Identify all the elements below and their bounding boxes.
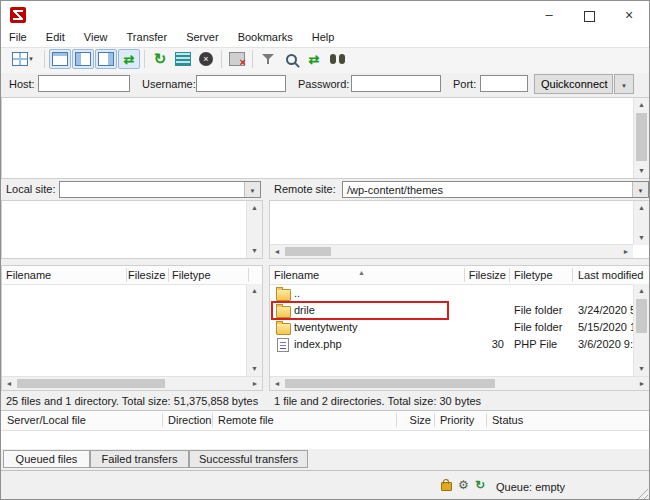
column-separator[interactable]	[464, 268, 465, 282]
column-separator[interactable]	[126, 268, 127, 282]
scroll-left-button[interactable]: ◄	[2, 377, 16, 390]
tab-queued-files[interactable]: Queued files	[3, 450, 90, 468]
column-separator[interactable]	[434, 413, 435, 427]
refresh-button[interactable]: ↻	[149, 49, 171, 69]
scrollbar-thumb[interactable]	[285, 379, 495, 388]
scroll-up-button[interactable]: ▲	[247, 284, 262, 298]
local-list-scrollbar[interactable]: ▲ ▼	[246, 284, 262, 376]
local-list-header: Filename Filesize Filetype	[2, 266, 262, 285]
filezilla-logo-icon[interactable]	[10, 7, 26, 23]
scroll-up-button[interactable]: ▲	[634, 284, 649, 298]
column-header-filename[interactable]: Filename	[6, 269, 51, 281]
column-separator[interactable]	[168, 268, 169, 282]
scroll-right-button[interactable]: ►	[619, 245, 633, 258]
scroll-down-button[interactable]: ▼	[247, 362, 262, 376]
column-header-filetype[interactable]: Filetype	[172, 269, 211, 281]
remote-list-hscrollbar[interactable]: ◄ ►	[270, 376, 649, 390]
dropdown-icon[interactable]: ▼	[250, 188, 256, 194]
queue-column-direction[interactable]: Direction	[168, 414, 211, 426]
remote-tree-hscrollbar[interactable]: ◄ ►	[270, 244, 633, 258]
scroll-right-button[interactable]: ►	[635, 377, 649, 390]
queue-column-size[interactable]: Size	[399, 414, 431, 426]
local-site-label: Local site:	[6, 183, 56, 195]
column-separator[interactable]	[509, 268, 510, 282]
scroll-left-button[interactable]: ◄	[270, 245, 284, 258]
tab-failed-transfers[interactable]: Failed transfers	[90, 450, 189, 468]
password-input[interactable]	[351, 75, 441, 92]
scroll-down-button[interactable]: ▼	[634, 231, 649, 245]
filter-button[interactable]	[257, 49, 279, 69]
disconnect-button[interactable]: ×	[226, 49, 248, 69]
remote-file-row-index-php[interactable]: index.php 30 PHP File 3/6/2020 9:23	[270, 336, 633, 353]
queue-column-priority[interactable]: Priority	[440, 414, 474, 426]
maximize-button[interactable]	[569, 1, 609, 29]
close-button[interactable]: ×	[609, 1, 649, 29]
column-separator[interactable]	[396, 413, 397, 427]
process-queue-button[interactable]	[172, 49, 194, 69]
remote-site-combobox[interactable]: /wp-content/themes ▼	[342, 181, 649, 198]
column-header-filesize[interactable]: Filesize	[466, 269, 506, 281]
scrollbar-thumb[interactable]	[636, 113, 647, 161]
menu-item-help[interactable]: Help	[304, 29, 343, 47]
menu-item-transfer[interactable]: Transfer	[119, 29, 176, 47]
menu-item-edit[interactable]: Edit	[38, 29, 73, 47]
queue-column-status[interactable]: Status	[492, 414, 523, 426]
column-header-last-modified[interactable]: Last modified	[578, 269, 643, 281]
menu-item-view[interactable]: View	[76, 29, 116, 47]
find-files-button[interactable]	[326, 49, 348, 69]
remote-list-scrollbar[interactable]: ▲ ▼	[633, 284, 649, 376]
toolbar-separator	[221, 50, 222, 68]
local-list-hscrollbar[interactable]: ◄ ►	[2, 376, 262, 390]
message-log-scrollbar[interactable]: ▲ ▼	[633, 98, 649, 178]
port-input[interactable]	[480, 75, 528, 92]
toggle-local-tree-button[interactable]	[72, 49, 94, 69]
column-separator[interactable]	[248, 268, 249, 282]
local-tree-scrollbar[interactable]: ▲ ▼	[246, 201, 262, 258]
column-separator[interactable]	[212, 413, 213, 427]
menu-item-bookmarks[interactable]: Bookmarks	[230, 29, 301, 47]
remote-tree-scrollbar[interactable]: ▲ ▼	[633, 201, 649, 245]
dropdown-icon[interactable]: ▼	[638, 188, 644, 194]
menu-item-server[interactable]: Server	[178, 29, 226, 47]
scroll-up-button[interactable]: ▲	[634, 98, 649, 112]
queue-column-server-local-file[interactable]: Server/Local file	[7, 414, 86, 426]
directory-comparison-button[interactable]	[280, 49, 302, 69]
column-header-filesize[interactable]: Filesize	[128, 269, 164, 281]
column-separator[interactable]	[486, 413, 487, 427]
quickconnect-dropdown-button[interactable]: ▼	[614, 74, 634, 94]
scrollbar-thumb[interactable]	[17, 379, 165, 388]
resize-grip[interactable]	[635, 486, 648, 499]
synchronized-browsing-button[interactable]: ⇄	[303, 49, 325, 69]
scroll-down-button[interactable]: ▼	[634, 164, 649, 178]
gear-icon[interactable]: ⚙	[458, 479, 469, 491]
scrollbar-thumb[interactable]	[636, 299, 647, 333]
scroll-down-button[interactable]: ▼	[247, 244, 262, 258]
scroll-up-button[interactable]: ▲	[634, 201, 649, 215]
queue-column-remote-file[interactable]: Remote file	[218, 414, 274, 426]
remote-file-row-twentytwenty[interactable]: twentytwenty File folder 5/15/2020 12:	[270, 319, 633, 336]
toggle-transfer-queue-button[interactable]: ⇄	[118, 49, 140, 69]
toggle-message-log-button[interactable]	[49, 49, 71, 69]
column-separator[interactable]	[572, 268, 573, 282]
column-separator[interactable]	[162, 413, 163, 427]
tab-successful-transfers[interactable]: Successful transfers	[189, 450, 308, 468]
lock-icon[interactable]	[441, 482, 452, 491]
scroll-down-button[interactable]: ▼	[634, 362, 649, 376]
column-header-filetype[interactable]: Filetype	[514, 269, 553, 281]
cancel-operation-button[interactable]: ×	[195, 49, 217, 69]
site-manager-button[interactable]: ▼	[7, 49, 39, 69]
menu-item-file[interactable]: File	[1, 29, 35, 47]
minimize-button[interactable]: –	[529, 1, 569, 29]
scroll-right-button[interactable]: ►	[248, 377, 262, 390]
remote-file-row-parent[interactable]: ..	[270, 285, 633, 302]
scrollbar-thumb[interactable]	[285, 247, 331, 256]
toggle-remote-tree-button[interactable]	[95, 49, 117, 69]
scroll-left-button[interactable]: ◄	[270, 377, 284, 390]
column-header-filename[interactable]: Filename	[274, 269, 319, 281]
quickconnect-button[interactable]: Quickconnect	[534, 74, 613, 94]
local-site-combobox[interactable]: ▼	[59, 181, 261, 198]
host-input[interactable]	[38, 75, 130, 92]
speed-limits-icon[interactable]: ↻	[475, 479, 485, 491]
scroll-up-button[interactable]: ▲	[247, 201, 262, 215]
username-input[interactable]	[196, 75, 286, 92]
